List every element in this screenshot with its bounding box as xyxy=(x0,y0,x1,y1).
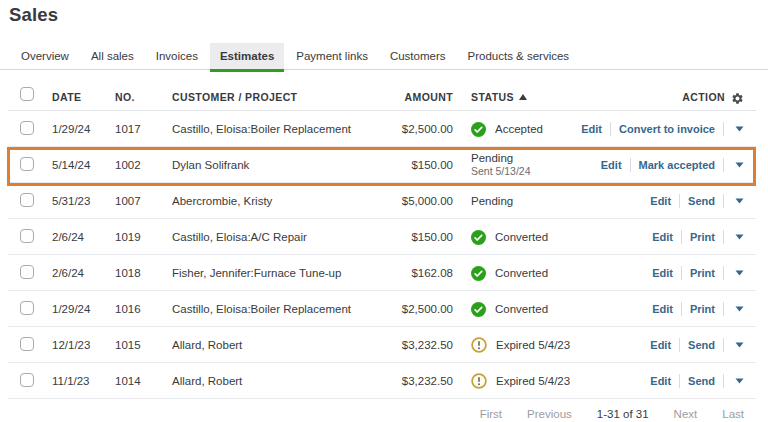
action-dropdown-caret-icon[interactable] xyxy=(735,198,744,204)
status-text: Converted xyxy=(495,303,548,316)
cell-action: Edit Mark accepted xyxy=(601,147,744,183)
row-checkbox-cell xyxy=(20,121,52,137)
cell-customer: Allard, Robert xyxy=(172,339,385,351)
edit-action-link[interactable]: Edit xyxy=(652,231,673,243)
action-dropdown-caret-icon[interactable] xyxy=(735,162,744,168)
row-checkbox[interactable] xyxy=(20,193,34,207)
cell-amount: $5,000.00 xyxy=(385,195,453,207)
header-amount[interactable]: AMOUNT xyxy=(385,91,453,111)
pagination-first[interactable]: First xyxy=(480,408,502,420)
edit-action-link[interactable]: Edit xyxy=(650,375,671,387)
cell-no: 1014 xyxy=(115,375,172,387)
action-separator xyxy=(723,194,724,208)
cell-status: Converted xyxy=(471,302,625,317)
pagination-last[interactable]: Last xyxy=(722,408,744,420)
tab-label: All sales xyxy=(91,50,134,62)
cell-status: Expired 5/4/23 xyxy=(471,373,625,389)
estimates-table: DATE NO. CUSTOMER / PROJECT AMOUNT STATU… xyxy=(0,70,768,399)
action-dropdown-caret-icon[interactable] xyxy=(735,270,744,276)
gear-icon[interactable] xyxy=(731,92,744,105)
action-dropdown-caret-icon[interactable] xyxy=(735,342,744,348)
status-text: Pending xyxy=(471,195,513,208)
action-dropdown-caret-icon[interactable] xyxy=(735,234,744,240)
tab-estimates[interactable]: Estimates xyxy=(210,43,284,69)
cell-action: Edit Convert to invoice xyxy=(581,111,744,147)
action-separator xyxy=(723,302,724,316)
cell-date: 2/6/24 xyxy=(52,231,115,243)
status-warning-icon xyxy=(471,337,487,353)
select-all-checkbox[interactable] xyxy=(20,87,34,101)
header-date[interactable]: DATE xyxy=(52,91,115,111)
tab-overview[interactable]: Overview xyxy=(11,43,79,69)
header-no[interactable]: NO. xyxy=(115,91,172,111)
action-separator xyxy=(681,266,682,280)
cell-action: Edit Print xyxy=(652,291,744,327)
primary-action-link[interactable]: Print xyxy=(690,303,715,315)
primary-action-link[interactable]: Convert to invoice xyxy=(619,123,715,135)
header-status[interactable]: STATUS xyxy=(471,91,625,111)
tab-invoices[interactable]: Invoices xyxy=(146,43,208,69)
action-dropdown-caret-icon[interactable] xyxy=(735,378,744,384)
edit-action-link[interactable]: Edit xyxy=(650,195,671,207)
edit-action-link[interactable]: Edit xyxy=(652,267,673,279)
sort-ascending-icon xyxy=(519,94,527,100)
cell-customer: Castillo, Eloisa:Boiler Replacement xyxy=(172,303,385,315)
row-checkbox[interactable] xyxy=(20,229,34,243)
header-status-label: STATUS xyxy=(471,91,514,103)
tab-customers[interactable]: Customers xyxy=(380,43,456,69)
primary-action-link[interactable]: Send xyxy=(688,195,715,207)
row-checkbox[interactable] xyxy=(20,157,34,171)
estimate-row: 11/1/23 1014 Allard, Robert $3,232.50 Ex… xyxy=(0,363,768,399)
primary-action-link[interactable]: Send xyxy=(688,375,715,387)
primary-action-link[interactable]: Print xyxy=(690,267,715,279)
row-checkbox[interactable] xyxy=(20,265,34,279)
status-text: Expired 5/4/23 xyxy=(496,339,570,352)
edit-action-link[interactable]: Edit xyxy=(601,159,622,171)
tab-all-sales[interactable]: All sales xyxy=(81,43,144,69)
action-dropdown-caret-icon[interactable] xyxy=(735,306,744,312)
pagination-previous[interactable]: Previous xyxy=(527,408,572,420)
edit-action-link[interactable]: Edit xyxy=(581,123,602,135)
cell-no: 1017 xyxy=(115,123,172,135)
edit-action-link[interactable]: Edit xyxy=(652,303,673,315)
tab-payment-links[interactable]: Payment links xyxy=(286,43,378,69)
row-checkbox-cell xyxy=(20,229,52,245)
action-dropdown-caret-icon[interactable] xyxy=(735,126,744,132)
tab-products-services[interactable]: Products & services xyxy=(458,43,580,69)
estimate-row: 5/31/23 1007 Abercrombie, Kristy $5,000.… xyxy=(0,183,768,219)
estimate-row: 12/1/23 1015 Allard, Robert $3,232.50 Ex… xyxy=(0,327,768,363)
row-checkbox-cell xyxy=(20,373,52,389)
primary-action-link[interactable]: Mark accepted xyxy=(639,159,715,171)
header-action: ACTION xyxy=(682,91,744,111)
row-checkbox-cell xyxy=(20,337,52,353)
cell-amount: $2,500.00 xyxy=(385,303,453,315)
header-customer[interactable]: CUSTOMER / PROJECT xyxy=(172,91,385,111)
page-title: Sales xyxy=(9,4,768,25)
row-checkbox[interactable] xyxy=(20,337,34,351)
row-checkbox-cell xyxy=(20,301,52,317)
action-separator xyxy=(723,266,724,280)
pagination-next[interactable]: Next xyxy=(674,408,698,420)
cell-customer: Abercrombie, Kristy xyxy=(172,195,385,207)
row-checkbox-cell xyxy=(20,265,52,281)
row-checkbox[interactable] xyxy=(20,373,34,387)
action-separator xyxy=(610,122,611,136)
cell-customer: Castillo, Eloisa:A/C Repair xyxy=(172,231,385,243)
action-separator xyxy=(723,230,724,244)
row-checkbox-cell xyxy=(20,157,52,173)
tab-label: Customers xyxy=(390,50,446,62)
status-success-icon xyxy=(471,230,486,245)
edit-action-link[interactable]: Edit xyxy=(650,339,671,351)
action-separator xyxy=(681,302,682,316)
row-checkbox[interactable] xyxy=(20,301,34,315)
cell-amount: $3,232.50 xyxy=(385,339,453,351)
action-separator xyxy=(723,374,724,388)
cell-date: 11/1/23 xyxy=(52,375,115,387)
action-separator xyxy=(681,230,682,244)
status-text: Accepted xyxy=(495,123,543,136)
pagination-range: 1-31 of 31 xyxy=(597,408,649,420)
cell-no: 1016 xyxy=(115,303,172,315)
primary-action-link[interactable]: Send xyxy=(688,339,715,351)
row-checkbox[interactable] xyxy=(20,121,34,135)
primary-action-link[interactable]: Print xyxy=(690,231,715,243)
